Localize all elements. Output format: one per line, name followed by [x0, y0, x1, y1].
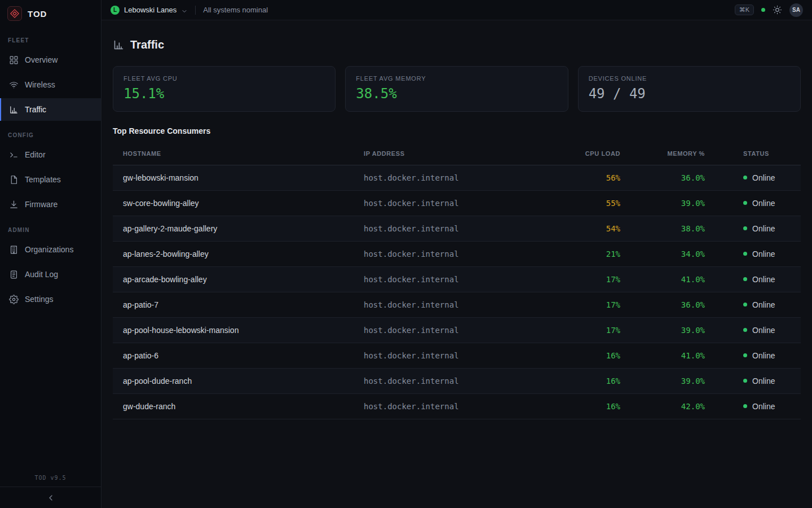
- table-row[interactable]: ap-patio-7 host.docker.internal 17% 36.0…: [113, 292, 801, 317]
- sidebar-item-overview[interactable]: Overview: [0, 49, 101, 71]
- stat-value: 38.5%: [356, 86, 557, 102]
- memory-cell: 39.0%: [620, 190, 705, 216]
- cpu-load-cell: 16%: [550, 393, 620, 419]
- cpu-load-cell: 16%: [550, 368, 620, 393]
- status-label: Online: [752, 275, 775, 284]
- memory-cell: 41.0%: [620, 266, 705, 292]
- download-icon: [9, 200, 19, 209]
- table-row[interactable]: ap-pool-dude-ranch host.docker.internal …: [113, 368, 801, 393]
- cpu-load-cell: 16%: [550, 343, 620, 368]
- table-row[interactable]: ap-patio-6 host.docker.internal 16% 41.0…: [113, 343, 801, 368]
- stat-card-fleet-avg-cpu: FLEET AVG CPU 15.1%: [113, 66, 336, 112]
- table-row[interactable]: ap-pool-house-lebowski-mansion host.dock…: [113, 317, 801, 343]
- sidebar-item-settings[interactable]: Settings: [0, 288, 101, 310]
- col-header-status: STATUS: [705, 142, 801, 165]
- col-header-hostname: HOSTNAME: [113, 142, 364, 165]
- hostname-cell: gw-dude-ranch: [113, 393, 364, 419]
- status-cell: Online: [705, 368, 801, 393]
- table-row[interactable]: sw-core-bowling-alley host.docker.intern…: [113, 190, 801, 216]
- cpu-load-cell: 54%: [550, 216, 620, 241]
- building-icon: [9, 245, 19, 255]
- memory-cell: 39.0%: [620, 368, 705, 393]
- status-cell: Online: [705, 393, 801, 419]
- sidebar-item-editor[interactable]: Editor: [0, 143, 101, 166]
- brand-row: TOD: [0, 0, 101, 27]
- ip-address-cell: host.docker.internal: [364, 368, 550, 393]
- online-dot-icon: [743, 176, 747, 179]
- grid-icon: [9, 55, 19, 65]
- org-name: Lebowski Lanes: [124, 6, 176, 14]
- ip-address-cell: host.docker.internal: [364, 165, 550, 190]
- status-label: Online: [752, 199, 775, 208]
- col-header-ip: IP ADDRESS: [364, 142, 550, 165]
- status-cell: Online: [705, 165, 801, 190]
- terminal-icon: [9, 150, 19, 160]
- file-icon: [9, 175, 19, 185]
- sidebar: TOD FLEET Overview Wireless Traffic CONF…: [0, 0, 102, 508]
- stat-value: 49 / 49: [589, 86, 790, 102]
- memory-cell: 41.0%: [620, 343, 705, 368]
- sun-icon[interactable]: [773, 5, 782, 15]
- cpu-load-cell: 21%: [550, 241, 620, 266]
- ip-address-cell: host.docker.internal: [364, 292, 550, 317]
- cpu-load-cell: 17%: [550, 317, 620, 343]
- table-row[interactable]: ap-gallery-2-maude-gallery host.docker.i…: [113, 216, 801, 241]
- table-row[interactable]: ap-lanes-2-bowling-alley host.docker.int…: [113, 241, 801, 266]
- sidebar-item-organizations[interactable]: Organizations: [0, 238, 101, 261]
- ip-address-cell: host.docker.internal: [364, 266, 550, 292]
- table-row[interactable]: gw-lebowski-mansion host.docker.internal…: [113, 165, 801, 190]
- sidebar-item-templates[interactable]: Templates: [0, 168, 101, 191]
- col-header-memory: MEMORY %: [620, 142, 705, 165]
- health-dot-icon: [761, 8, 765, 12]
- hostname-cell: ap-patio-6: [113, 343, 364, 368]
- sidebar-collapse-button[interactable]: [0, 487, 101, 508]
- hostname-cell: ap-patio-7: [113, 292, 364, 317]
- document-icon: [9, 270, 19, 279]
- ip-address-cell: host.docker.internal: [364, 317, 550, 343]
- org-switcher[interactable]: L Lebowski Lanes: [111, 6, 188, 15]
- org-avatar: L: [111, 6, 120, 15]
- topbar-divider: [195, 6, 196, 15]
- top-bar: L Lebowski Lanes All systems nominal ⌘K …: [102, 0, 812, 20]
- online-dot-icon: [743, 252, 747, 256]
- online-dot-icon: [743, 404, 747, 408]
- memory-cell: 36.0%: [620, 292, 705, 317]
- status-label: Online: [752, 326, 775, 335]
- app-version: TOD v9.5: [0, 469, 101, 487]
- command-palette-shortcut[interactable]: ⌘K: [735, 5, 754, 15]
- status-cell: Online: [705, 292, 801, 317]
- sidebar-item-firmware[interactable]: Firmware: [0, 193, 101, 216]
- status-cell: Online: [705, 216, 801, 241]
- cpu-load-cell: 55%: [550, 190, 620, 216]
- online-dot-icon: [743, 303, 747, 306]
- top-consumers-table: HOSTNAME IP ADDRESS CPU LOAD MEMORY % ST…: [113, 142, 801, 419]
- table-row[interactable]: gw-dude-ranch host.docker.internal 16% 4…: [113, 393, 801, 419]
- status-label: Online: [752, 224, 775, 233]
- online-dot-icon: [743, 277, 747, 281]
- section-label-admin: ADMIN: [0, 217, 101, 237]
- wifi-icon: [9, 80, 19, 90]
- table-section-title: Top Resource Consumers: [113, 126, 801, 135]
- stat-value: 15.1%: [123, 86, 325, 102]
- app-logo-icon: [7, 6, 22, 21]
- sidebar-item-traffic[interactable]: Traffic: [0, 98, 101, 121]
- status-label: Online: [752, 249, 775, 259]
- status-label: Online: [752, 351, 775, 360]
- app-title: TOD: [28, 9, 47, 19]
- chevron-left-icon: [46, 493, 55, 502]
- memory-cell: 39.0%: [620, 317, 705, 343]
- stat-card-devices-online: DEVICES ONLINE 49 / 49: [578, 66, 801, 112]
- col-header-cpu: CPU LOAD: [550, 142, 620, 165]
- user-avatar[interactable]: SA: [789, 3, 803, 17]
- sidebar-item-wireless[interactable]: Wireless: [0, 73, 101, 96]
- status-cell: Online: [705, 317, 801, 343]
- online-dot-icon: [743, 379, 747, 383]
- online-dot-icon: [743, 201, 747, 205]
- status-cell: Online: [705, 241, 801, 266]
- sidebar-item-audit-log[interactable]: Audit Log: [0, 263, 101, 286]
- memory-cell: 34.0%: [620, 241, 705, 266]
- memory-cell: 36.0%: [620, 165, 705, 190]
- stat-label: DEVICES ONLINE: [589, 75, 790, 82]
- ip-address-cell: host.docker.internal: [364, 241, 550, 266]
- table-row[interactable]: ap-arcade-bowling-alley host.docker.inte…: [113, 266, 801, 292]
